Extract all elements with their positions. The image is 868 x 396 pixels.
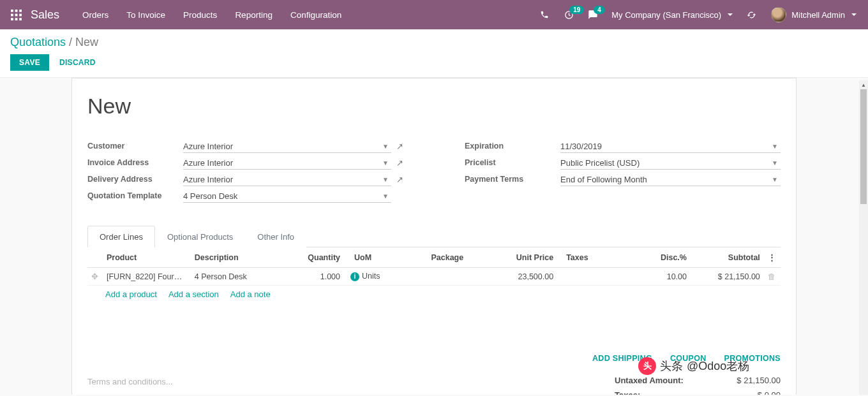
untaxed-label: Untaxed Amount: [615,376,684,385]
taxes-value: $ 0.00 [758,390,781,395]
chevron-down-icon[interactable]: ▼ [380,176,391,183]
tabs: Order Lines Optional Products Other Info [87,226,781,247]
col-unit-price: Unit Price [491,247,557,268]
phone-icon[interactable] [534,4,555,26]
user-name: Mitchell Admin [791,10,845,20]
col-taxes: Taxes [557,247,611,268]
add-note-link[interactable]: Add a note [230,290,271,299]
svg-rect-0 [11,10,13,12]
invoice-address-field[interactable]: ▼ [183,156,391,170]
chevron-down-icon[interactable]: ▼ [769,159,781,166]
scrollbar-thumb[interactable] [860,89,867,204]
expiration-field[interactable]: ▼ [560,139,781,153]
invoice-address-label: Invoice Address [87,158,183,167]
trash-icon[interactable]: 🗑 [764,268,781,286]
chevron-down-icon[interactable]: ▼ [380,159,391,166]
avatar [771,7,786,22]
debug-icon[interactable] [740,4,762,26]
tab-optional-products[interactable]: Optional Products [155,226,245,247]
form-sheet: New Customer ▼ ↗ Invoice Address ▼ [71,78,797,395]
apps-icon[interactable] [5,4,27,26]
breadcrumb: Quotations / New [10,36,858,54]
cell-description[interactable]: 4 Person Desk [191,268,291,286]
delivery-address-field[interactable]: ▼ [183,172,391,186]
pricelist-field[interactable]: ▼ [560,156,781,170]
discuss-icon[interactable]: 4 [582,4,604,26]
menu-configuration[interactable]: Configuration [281,2,350,28]
menu-to-invoice[interactable]: To Invoice [117,2,174,28]
svg-rect-2 [19,10,22,12]
cell-taxes[interactable] [557,268,611,286]
chevron-down-icon [851,13,857,16]
drag-handle-icon[interactable]: ✥ [87,268,103,286]
expiration-label: Expiration [465,142,560,150]
totals: Untaxed Amount:$ 21,150.00 Taxes:$ 0.00 [615,373,781,395]
info-icon[interactable]: i [350,272,359,281]
save-button[interactable]: SAVE [10,54,49,71]
quotation-template-field[interactable]: ▼ [183,189,391,203]
add-section-link[interactable]: Add a section [168,290,219,299]
tab-order-lines[interactable]: Order Lines [87,226,155,247]
order-lines-table: Product Description Quantity UoM Package… [87,247,781,286]
svg-rect-7 [15,18,17,20]
page-title: New [87,94,781,119]
menu-products[interactable]: Products [174,2,226,28]
scroll-up-icon[interactable]: ▲ [859,80,868,89]
control-panel: Quotations / New SAVE DISCARD [0,29,868,78]
col-uom: UoM [344,247,404,268]
external-link-icon[interactable]: ↗ [391,158,403,168]
table-row[interactable]: ✥ [FURN_8220] Four P... 4 Person Desk 1.… [87,268,781,286]
external-link-icon[interactable]: ↗ [391,175,403,184]
tab-other-info[interactable]: Other Info [245,226,306,247]
col-quantity: Quantity [290,247,344,268]
watermark-icon: 头 [638,357,656,375]
col-description: Description [191,247,291,268]
svg-rect-6 [11,18,13,20]
add-product-link[interactable]: Add a product [105,290,157,299]
payment-terms-label: Payment Terms [465,175,560,184]
external-link-icon[interactable]: ↗ [391,142,403,151]
cell-product[interactable]: [FURN_8220] Four P... [107,272,183,281]
breadcrumb-root[interactable]: Quotations [10,36,66,48]
pricelist-label: Pricelist [465,158,560,167]
menu-orders[interactable]: Orders [73,2,117,28]
chevron-down-icon [728,13,733,16]
cell-package[interactable] [404,268,491,286]
untaxed-value: $ 21,150.00 [737,376,781,385]
company-name: My Company (San Francisco) [611,10,721,20]
discard-button[interactable]: DISCARD [59,58,96,67]
col-product: Product [103,247,191,268]
cell-disc[interactable]: 10.00 [611,268,691,286]
chevron-down-icon[interactable]: ▼ [769,143,781,150]
delivery-address-label: Delivery Address [87,175,183,184]
quotation-template-label: Quotation Template [87,191,183,200]
svg-rect-4 [15,13,17,16]
menu-reporting[interactable]: Reporting [226,2,281,28]
svg-rect-5 [19,13,22,16]
kebab-icon[interactable]: ⋮ [764,247,781,268]
payment-terms-field[interactable]: ▼ [560,172,781,186]
scrollbar[interactable]: ▲ [859,80,868,395]
watermark: 头 头条 @Odoo老杨 [638,357,749,375]
user-menu[interactable]: Mitchell Admin [765,7,863,22]
chevron-down-icon[interactable]: ▼ [769,176,781,183]
brand[interactable]: Sales [27,8,73,22]
cell-unit-price[interactable]: 23,500.00 [491,268,557,286]
col-subtotal: Subtotal [691,247,764,268]
cell-uom[interactable]: iUnits [344,268,404,286]
customer-field[interactable]: ▼ [183,139,391,153]
cell-subtotal: $ 21,150.00 [691,268,764,286]
svg-rect-1 [15,10,17,12]
svg-rect-8 [19,18,22,20]
chevron-down-icon[interactable]: ▼ [380,193,391,200]
chevron-down-icon[interactable]: ▼ [380,143,391,150]
svg-rect-3 [11,13,13,16]
line-add-actions: Add a product Add a section Add a note [87,286,781,303]
activities-icon[interactable]: 19 [558,4,580,26]
cell-quantity[interactable]: 1.000 [290,268,344,286]
top-nav: Sales Orders To Invoice Products Reporti… [0,0,868,29]
company-switcher[interactable]: My Company (San Francisco) [606,10,738,20]
col-disc: Disc.% [611,247,691,268]
terms-input[interactable]: Terms and conditions... [87,373,595,386]
taxes-label: Taxes: [615,390,640,395]
